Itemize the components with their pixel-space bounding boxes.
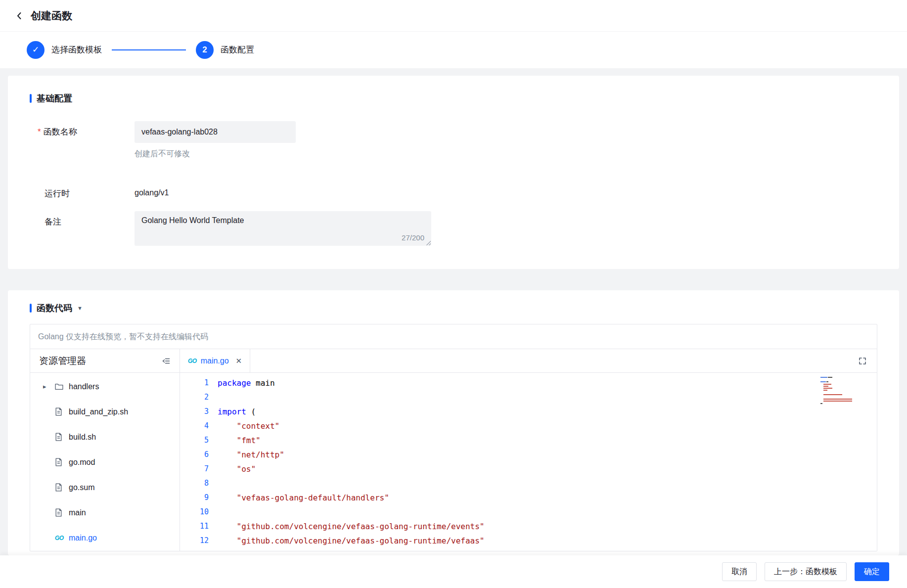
- cancel-button[interactable]: 取消: [722, 562, 757, 581]
- step-connector: [112, 49, 186, 50]
- file-icon: [55, 433, 62, 441]
- line-number: 12: [180, 534, 209, 548]
- line-number: 4: [180, 419, 209, 433]
- line-number: 7: [180, 462, 209, 476]
- function-code-title: 函数代码 ▼: [30, 302, 877, 314]
- file-list: ▸handlersbuild_and_zip.shbuild.shgo.modg…: [30, 373, 180, 551]
- close-tab-icon[interactable]: ✕: [236, 357, 242, 365]
- file-label: build_and_zip.sh: [69, 407, 128, 416]
- top-block: 创建函数 ✓ 选择函数模板 2 函数配置: [0, 0, 907, 68]
- function-name-input[interactable]: [135, 121, 296, 143]
- line-number: 2: [180, 390, 209, 405]
- code-line-8: [218, 476, 484, 491]
- function-name-row: *函数名称 创建后不可修改: [30, 121, 877, 159]
- code-line-12: "github.com/volcengine/vefaas-golang-run…: [218, 534, 484, 548]
- file-label: go.sum: [69, 483, 94, 492]
- expand-caret-icon[interactable]: ▸: [43, 383, 55, 390]
- code-line-7: "os": [218, 462, 484, 476]
- code-line-13: ): [218, 548, 484, 551]
- preview-notice: Golang 仅支持在线预览，暂不支持在线编辑代码: [30, 324, 877, 349]
- function-code-card: 函数代码 ▼ Golang 仅支持在线预览，暂不支持在线编辑代码 资源管理器 ▸…: [8, 290, 899, 555]
- step-1-check-icon: ✓: [27, 41, 45, 59]
- remark-label: 备注: [30, 211, 135, 246]
- file-label: go.mod: [69, 458, 95, 467]
- file-item-main.go[interactable]: GOmain.go: [30, 525, 180, 550]
- required-asterisk: *: [38, 127, 41, 136]
- line-number: 9: [180, 491, 209, 505]
- step-indicator: ✓ 选择函数模板 2 函数配置: [0, 32, 907, 68]
- function-name-label: *函数名称: [30, 121, 135, 159]
- tab-label: main.go: [201, 357, 229, 365]
- line-number: 5: [180, 433, 209, 448]
- code-lines: package mainimport ( "context" "fmt" "ne…: [209, 376, 484, 551]
- editor-tabbar: GO main.go ✕: [180, 349, 877, 373]
- tab-main-go[interactable]: GO main.go ✕: [180, 349, 250, 372]
- runtime-row: 运行时 golang/v1: [30, 183, 877, 199]
- go-icon: GO: [188, 358, 197, 364]
- line-number: 10: [180, 505, 209, 519]
- minimap[interactable]: [819, 376, 855, 408]
- file-icon: [55, 483, 62, 492]
- explorer-title: 资源管理器: [39, 355, 86, 367]
- step-2: 2 函数配置: [196, 41, 254, 59]
- file-item-go.sum[interactable]: go.sum: [30, 475, 180, 500]
- collapse-caret-icon[interactable]: ▼: [77, 305, 83, 311]
- code-line-10: [218, 505, 484, 519]
- confirm-button[interactable]: 确定: [855, 562, 889, 581]
- code-line-1: package main: [218, 376, 484, 390]
- runtime-value: golang/v1: [135, 183, 169, 199]
- code-editor: GO main.go ✕ 12345678910111213 package m…: [180, 349, 877, 551]
- code-line-9: "vefaas-golang-default/handlers": [218, 491, 484, 505]
- folder-icon: [55, 383, 63, 390]
- function-code-title-text: 函数代码: [37, 302, 72, 314]
- footer-actions: 取消 上一步：函数模板 确定: [0, 555, 907, 588]
- section-bar-icon: [30, 94, 32, 103]
- section-bar-icon: [30, 304, 32, 313]
- remark-row: 备注 Golang Hello World Template 27/200: [30, 211, 877, 246]
- code-line-5: "fmt": [218, 433, 484, 448]
- basic-config-form: *函数名称 创建后不可修改 运行时 golang/v1 备注 Golang He…: [30, 121, 877, 246]
- file-label: main: [69, 508, 86, 517]
- remark-textarea[interactable]: Golang Hello World Template: [135, 211, 431, 246]
- step-1-label: 选择函数模板: [51, 44, 102, 55]
- back-button[interactable]: [12, 8, 27, 23]
- basic-config-title-text: 基础配置: [37, 92, 72, 104]
- file-item-main[interactable]: main: [30, 500, 180, 525]
- file-item-handlers[interactable]: ▸handlers: [30, 374, 180, 399]
- line-number-gutter: 12345678910111213: [180, 376, 209, 551]
- page-header: 创建函数: [0, 0, 907, 32]
- basic-config-card: 基础配置 *函数名称 创建后不可修改 运行时 golang/v1 备注 Gola…: [8, 76, 899, 269]
- file-label: handlers: [69, 382, 99, 391]
- line-number: 1: [180, 376, 209, 390]
- create-function-page: 创建函数 ✓ 选择函数模板 2 函数配置 基础配置 *函数名称: [0, 0, 907, 588]
- file-icon: [55, 407, 62, 416]
- line-number: 13: [180, 548, 209, 551]
- step-2-label: 函数配置: [221, 44, 254, 55]
- back-icon: [14, 11, 24, 21]
- file-icon: [55, 508, 62, 517]
- file-item-build.sh[interactable]: build.sh: [30, 424, 180, 450]
- fullscreen-button[interactable]: [858, 357, 867, 365]
- line-number: 8: [180, 476, 209, 491]
- line-number: 11: [180, 519, 209, 534]
- function-name-hint: 创建后不可修改: [135, 149, 296, 159]
- page-title: 创建函数: [31, 9, 72, 23]
- step-1[interactable]: ✓ 选择函数模板: [27, 41, 102, 59]
- line-number: 6: [180, 448, 209, 462]
- file-item-build_and_zip.sh[interactable]: build_and_zip.sh: [30, 399, 180, 424]
- file-item-go.mod[interactable]: go.mod: [30, 450, 180, 475]
- basic-config-title: 基础配置: [30, 92, 877, 104]
- go-icon: GO: [55, 535, 64, 542]
- code-line-2: [218, 390, 484, 405]
- file-label: main.go: [69, 534, 97, 543]
- collapse-all-button[interactable]: [162, 357, 171, 365]
- line-number: 3: [180, 405, 209, 419]
- runtime-label: 运行时: [30, 183, 135, 199]
- code-line-11: "github.com/volcengine/vefaas-golang-run…: [218, 519, 484, 534]
- fullscreen-icon: [858, 357, 867, 365]
- code-preview-widget: Golang 仅支持在线预览，暂不支持在线编辑代码 资源管理器 ▸handler…: [30, 324, 877, 551]
- previous-step-button[interactable]: 上一步：函数模板: [765, 562, 847, 581]
- step-2-number: 2: [196, 41, 214, 59]
- code-viewport[interactable]: 12345678910111213 package mainimport ( "…: [180, 373, 877, 551]
- code-line-6: "net/http": [218, 448, 484, 462]
